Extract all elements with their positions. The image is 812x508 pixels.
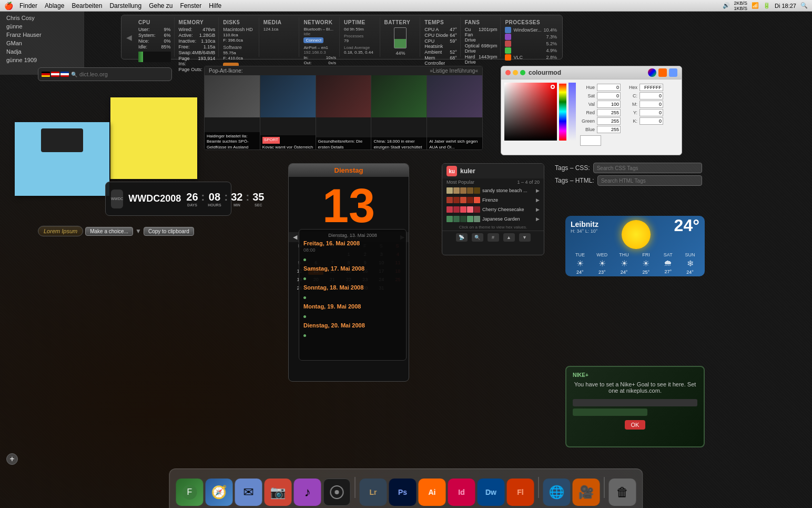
cm-val-input[interactable]: [597, 101, 621, 108]
wwdc-hours-label: HOURS: [208, 203, 221, 207]
temp-cpua-label: CPU A: [424, 27, 439, 32]
wwdc-secs-val: 35: [252, 191, 264, 203]
tags-widget: Tags – CSS: Tags – HTML:: [555, 161, 702, 203]
menu-finder[interactable]: Finder: [19, 2, 37, 9]
dock-icon-finder[interactable]: F: [176, 479, 204, 506]
add-widget-button[interactable]: +: [6, 453, 18, 465]
menu-fenster[interactable]: Fenster: [180, 2, 202, 9]
cm-hex-input[interactable]: [640, 84, 663, 91]
cm-m-input[interactable]: [640, 101, 663, 108]
cm-hue-input[interactable]: [597, 84, 621, 91]
nike-ok-button[interactable]: OK: [625, 420, 646, 430]
apple-menu-icon[interactable]: 🍎: [4, 2, 13, 10]
menu-darstellung[interactable]: Darstellung: [109, 2, 141, 9]
news-item-3[interactable]: China: 18.000 in einer einzigen Stadt ve…: [371, 75, 427, 150]
cm-hue-slider[interactable]: [559, 83, 566, 141]
cm-preset-1[interactable]: [658, 68, 667, 77]
cm-close-dot[interactable]: [505, 70, 511, 75]
sidebar-item-nadja[interactable]: Nadja: [0, 47, 84, 56]
kuler-swatch-2-4: [474, 206, 480, 213]
dock-icon-photoshop[interactable]: Ps: [389, 479, 417, 506]
kuler-up-btn[interactable]: ▲: [503, 233, 515, 242]
cm-zoom-dot[interactable]: [520, 70, 525, 75]
cm-preset-2[interactable]: [669, 68, 677, 77]
news-item-2[interactable]: Gesundheitsreform: Die ersten Details: [316, 75, 372, 150]
news-item-0[interactable]: Haidinger belastet Ila: Beamte suchten S…: [205, 75, 260, 150]
tags-html-input[interactable]: [597, 175, 702, 186]
sysmon-expand[interactable]: ◀: [124, 17, 134, 57]
cm-k-input[interactable]: [640, 117, 663, 125]
cm-blue-input[interactable]: [597, 126, 621, 133]
wifi-icon[interactable]: 📶: [752, 2, 759, 9]
cm-green-input[interactable]: [597, 117, 621, 125]
menu-gehzu[interactable]: Gehe zu: [149, 2, 172, 9]
cm-hue-row: Hue Hex: [580, 84, 678, 91]
memory-section: MEMORY Wired:476vs Active:1.28GB Inactiv…: [176, 17, 219, 57]
cm-alpha-slider[interactable]: [569, 83, 576, 141]
search-input[interactable]: [79, 71, 168, 77]
tags-css-row: Tags – CSS:: [555, 163, 702, 173]
cm-c-input[interactable]: [640, 92, 663, 99]
cpu-title: CPU: [138, 19, 171, 25]
kuler-rss-btn[interactable]: 📡: [456, 233, 468, 242]
lorem-choice-button[interactable]: Make a choice...: [85, 227, 133, 236]
connect-button[interactable]: Connect: [303, 37, 323, 43]
dock-icon-lightroom[interactable]: Lr: [360, 479, 387, 506]
cm-gradient-picker[interactable]: [504, 83, 557, 141]
dock-icon-flash[interactable]: Fl: [507, 479, 534, 506]
cpu-nice-val: 0%: [164, 38, 171, 44]
kuler-tag-btn[interactable]: #: [488, 233, 499, 242]
dock-icon-aperture[interactable]: [323, 479, 351, 506]
dock-icon-browser[interactable]: 🌐: [543, 479, 571, 506]
news-item-1[interactable]: SPORT Kovac warnt vor Österreich: [260, 75, 316, 150]
mem-swap-label: Swap:: [179, 50, 192, 55]
lorem-copy-button[interactable]: Copy to clipboard: [144, 227, 194, 236]
kuler-theme-1[interactable]: Firenze ▶: [442, 195, 544, 205]
processes-section: PROCESSES WindowSer... 10.4% 7.3% 5.2% 4…: [502, 17, 560, 57]
news-item-4[interactable]: Al Jaber wehrt sich gegen AUA und Öl...: [427, 75, 482, 150]
sidebar-item-chriscosy[interactable]: Chris Cosy: [0, 14, 84, 22]
dock-icon-dreamweaver[interactable]: Dw: [478, 479, 505, 506]
sidebar-item-gunne[interactable]: günne: [0, 22, 84, 31]
sticky-note-blue[interactable]: [15, 122, 109, 196]
cm-color-circle[interactable]: [648, 68, 656, 77]
sidebar-item-franzhauser[interactable]: Franz Hauser: [0, 31, 84, 39]
news-label-sport: SPORT: [262, 137, 280, 143]
cm-minimize-dot[interactable]: [513, 70, 518, 75]
cm-y-input[interactable]: [640, 109, 663, 116]
dock-icon-indesign[interactable]: Id: [448, 479, 475, 506]
wwdc-mins-val: 32: [231, 191, 242, 203]
kuler-range: 1 – 4 of 20: [517, 180, 540, 185]
menu-bearbeiten[interactable]: Bearbeiten: [72, 2, 102, 9]
volume-icon[interactable]: 🔊: [723, 2, 730, 9]
dock-icon-illustrator[interactable]: Ai: [419, 479, 446, 506]
clock: Di 18:27: [775, 3, 796, 9]
kuler-down-btn[interactable]: ▼: [519, 233, 531, 242]
news-grid: Haidinger belastet Ila: Beamte suchten S…: [205, 75, 482, 150]
dock-icon-safari[interactable]: 🧭: [206, 479, 233, 506]
dock-icon-vlc[interactable]: 🎥: [573, 479, 600, 506]
cm-sat-input[interactable]: [597, 92, 621, 99]
cm-red-input[interactable]: [597, 109, 621, 116]
kuler-theme-3[interactable]: Japanese Garden ▶: [442, 214, 544, 224]
kuler-search-btn[interactable]: 🔍: [472, 233, 483, 242]
menu-ablage[interactable]: Ablage: [45, 2, 64, 9]
menu-hilfe[interactable]: Hilfe: [209, 2, 221, 9]
dock-icon-mail[interactable]: ✉: [235, 479, 262, 506]
dock-icon-trash[interactable]: 🗑: [609, 479, 636, 506]
sticky-note-yellow[interactable]: [110, 97, 197, 179]
battery-icon[interactable]: 🔋: [763, 2, 770, 9]
tags-css-input[interactable]: [593, 163, 702, 173]
kuler-title: kuler: [460, 167, 475, 175]
wwdc-hours-unit: 08 HOURS: [208, 191, 221, 207]
cal-nav-prev[interactable]: ◀: [293, 234, 297, 241]
dock-icon-itunes[interactable]: ♪: [294, 479, 321, 506]
sidebar-item-gunne1909[interactable]: günne 1909: [0, 56, 84, 64]
cm-blue-row: Blue: [580, 126, 678, 133]
kuler-theme-0[interactable]: sandy stone beach ... ▶: [442, 186, 544, 195]
dock-icon-iphoto[interactable]: 📷: [265, 479, 292, 506]
sidebar-item-gman[interactable]: GMan: [0, 39, 84, 47]
wwdc-hours-val: 08: [208, 191, 221, 203]
search-icon[interactable]: 🔍: [800, 2, 808, 9]
kuler-theme-2[interactable]: Cherry Cheesecake ▶: [442, 205, 544, 214]
